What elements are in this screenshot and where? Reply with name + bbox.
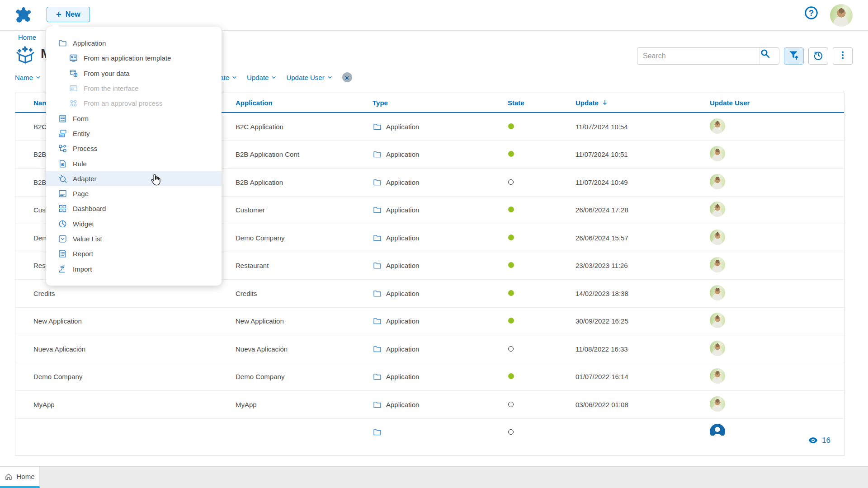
folder-icon <box>373 344 382 354</box>
cell-application: B2B Application <box>236 178 373 186</box>
cell-state <box>508 428 576 436</box>
folder-icon <box>373 233 382 243</box>
user-avatar <box>710 230 725 245</box>
menu-item-import[interactable]: Import <box>46 261 222 276</box>
cell-type: Application <box>373 261 508 270</box>
menu-item-from-an-application-template[interactable]: From an application template <box>46 51 222 66</box>
cell-update: 03/06/2022 01:08 <box>576 401 710 408</box>
search-icon[interactable] <box>759 48 779 64</box>
menu-item-label: Process <box>73 145 97 152</box>
menu-item-value-list[interactable]: Value List <box>46 231 222 246</box>
filter-chip-update[interactable]: Update <box>247 74 277 81</box>
cell-type-label: Application <box>386 123 419 131</box>
cell-state <box>508 290 576 297</box>
user-avatar <box>710 174 725 189</box>
menu-item-label: Form <box>73 115 89 122</box>
menu-item-report[interactable]: Report <box>46 246 222 261</box>
menu-item-form[interactable]: Form <box>46 111 222 126</box>
folder-icon <box>373 261 382 270</box>
cell-type-label: Application <box>386 345 419 353</box>
menu-item-label: Adapter <box>73 175 97 183</box>
column-header-label: Update <box>576 99 599 107</box>
app-logo-icon[interactable] <box>14 5 33 25</box>
chevron-down-icon <box>270 74 277 81</box>
breadcrumb[interactable]: Home <box>18 33 36 41</box>
table-row[interactable]: Nueva AplicaciónNueva AplicaciónApplicat… <box>15 335 844 363</box>
user-avatar <box>710 118 725 134</box>
table-row[interactable]: Demo CompanyDemo CompanyApplication01/07… <box>15 363 844 391</box>
cell-type-label: Application <box>386 317 419 325</box>
cell-update-user <box>710 174 844 191</box>
dashboard-icon <box>58 204 67 213</box>
state-active-dot <box>508 235 514 240</box>
menu-item-dashboard[interactable]: Dashboard <box>46 201 222 216</box>
folder-icon <box>373 316 382 326</box>
menu-item-application[interactable]: Application <box>46 36 222 51</box>
help-icon[interactable]: ? <box>803 5 819 21</box>
folder-icon <box>373 122 382 131</box>
table-row[interactable]: MyAppMyAppApplication03/06/2022 01:08 <box>15 391 844 419</box>
adapter-icon <box>58 174 67 183</box>
column-header-application[interactable]: Application <box>236 99 373 107</box>
search-input[interactable] <box>637 48 759 64</box>
clear-filters-button[interactable] <box>342 72 352 82</box>
table-row[interactable] <box>15 419 844 436</box>
filter-button[interactable] <box>784 47 804 65</box>
cell-application: MyApp <box>236 401 373 408</box>
interface-icon <box>69 84 78 93</box>
menu-item-rule[interactable]: Rule <box>46 156 222 171</box>
filter-chip-label: Name <box>15 74 33 81</box>
cell-type-label: Application <box>386 234 419 242</box>
user-avatar <box>710 313 725 328</box>
state-active-dot <box>508 206 514 212</box>
new-button[interactable]: + New <box>47 7 90 22</box>
kebab-icon <box>837 50 848 62</box>
entity-icon <box>58 129 67 138</box>
cell-name: Nueva Aplicación <box>15 345 236 353</box>
cell-type: Application <box>373 372 508 381</box>
column-header-update[interactable]: Update <box>576 99 710 107</box>
top-bar: + New ? <box>0 0 868 31</box>
cell-type-label: Application <box>386 290 419 297</box>
cell-update: 26/06/2024 17:28 <box>576 206 710 214</box>
table-row[interactable]: New ApplicationNew ApplicationApplicatio… <box>15 308 844 336</box>
menu-item-widget[interactable]: Widget <box>46 216 222 231</box>
user-avatar <box>710 146 725 161</box>
column-header-state[interactable]: State <box>508 99 576 107</box>
cell-application: Credits <box>236 290 373 297</box>
state-inactive-dot <box>508 346 514 352</box>
user-avatar[interactable] <box>830 4 853 27</box>
cell-state <box>508 178 576 186</box>
cell-name: MyApp <box>15 401 236 408</box>
column-header-update-user[interactable]: Update User <box>710 99 844 107</box>
tab-home[interactable]: Home <box>0 467 40 488</box>
menu-item-label: Application <box>73 39 106 47</box>
cell-type-label: Application <box>386 373 419 380</box>
menu-item-adapter[interactable]: Adapter <box>46 171 222 186</box>
menu-item-entity[interactable]: Entity <box>46 126 222 141</box>
cell-update-user <box>710 396 844 413</box>
cell-application: B2B Application Cont <box>236 150 373 158</box>
column-header-type[interactable]: Type <box>373 99 508 107</box>
filter-chip-update-user[interactable]: Update User <box>286 74 333 81</box>
cell-type: Application <box>373 122 508 131</box>
menu-item-from-your-data[interactable]: From your data <box>46 66 222 81</box>
user-avatar <box>710 202 725 217</box>
cell-application: Demo Company <box>236 234 373 242</box>
cell-state <box>508 123 576 131</box>
cell-application: B2C Application <box>236 123 373 131</box>
history-button[interactable] <box>808 47 828 65</box>
menu-item-page[interactable]: Page <box>46 186 222 201</box>
column-header-label: Application <box>236 99 273 107</box>
menu-item-label: Entity <box>73 130 90 137</box>
folder-icon <box>373 372 382 381</box>
filter-chip-name[interactable]: Name <box>15 74 42 81</box>
rule-icon <box>58 159 67 169</box>
menu-item-process[interactable]: Process <box>46 141 222 156</box>
cell-name: Credits <box>15 290 236 297</box>
state-inactive-dot <box>508 402 514 407</box>
more-options-button[interactable] <box>833 47 853 65</box>
menu-item-label: From an application template <box>84 54 171 62</box>
cell-type-label: Application <box>386 150 419 158</box>
column-header-label: State <box>508 99 524 107</box>
